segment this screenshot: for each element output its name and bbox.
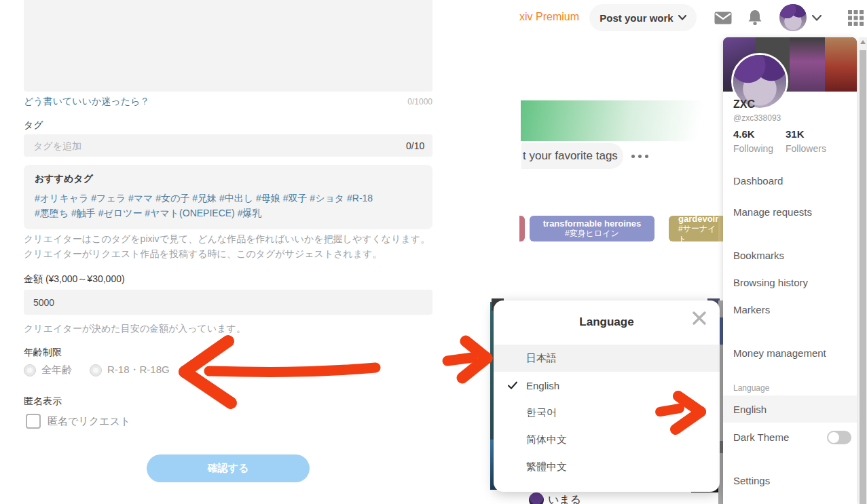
age-restriction-label: 年齢制限 (24, 347, 62, 359)
menu-item-bookmarks[interactable]: Bookmarks (733, 250, 784, 261)
scrollbar-up-arrow[interactable] (860, 40, 866, 44)
language-section-label: Language (733, 383, 769, 393)
anonymous-check-row: 匿名でリクエスト (26, 414, 130, 429)
age-restriction-options: 全年齢 R-18・R-18G (24, 364, 170, 376)
radio-r18[interactable] (90, 364, 102, 376)
followers-label[interactable]: Followers (786, 143, 826, 154)
menu-item-money-management[interactable]: Money management (733, 347, 826, 359)
messages-icon[interactable] (714, 12, 732, 24)
ranking-user-row[interactable]: いまる (529, 492, 581, 504)
menu-item-browsing-history[interactable]: Browsing history (733, 277, 808, 288)
chevron-down-icon (678, 15, 686, 20)
menu-item-dashboard[interactable]: Dashboard (733, 175, 783, 187)
favorite-tags-pill[interactable]: t your favorite tags (521, 143, 623, 169)
price-input[interactable] (24, 290, 432, 315)
language-selector[interactable]: English (723, 395, 857, 423)
anonymous-checkbox-label: 匿名でリクエスト (48, 415, 130, 428)
language-option-korean[interactable]: 한국어 (494, 399, 720, 426)
ranking-user-avatar (529, 492, 544, 504)
anonymous-label: 匿名表示 (24, 395, 62, 408)
anonymous-checkbox[interactable] (26, 414, 41, 429)
radio-r18-label: R-18・R-18G (107, 364, 170, 376)
description-hint-row: どう書いていいか迷ったら？ 0/1000 (24, 96, 432, 108)
language-option-simplified-chinese[interactable]: 简体中文 (494, 426, 720, 453)
scrollbar-thumb[interactable] (860, 50, 866, 504)
radio-all-ages[interactable] (24, 364, 36, 376)
dark-theme-label: Dark Theme (733, 431, 789, 443)
background-sliver-olive (718, 216, 723, 241)
recommended-tags-title: おすすめタグ (35, 173, 422, 185)
radio-all-ages-label: 全年齢 (41, 364, 72, 376)
ranking-user-name: いまる (548, 493, 581, 504)
avatar-image (779, 4, 807, 31)
tag-input[interactable] (24, 134, 432, 157)
price-label: 金額 (¥3,000～¥30,000) (24, 273, 125, 286)
more-options-icon[interactable] (631, 151, 654, 161)
tag-pill-cropped[interactable] (519, 216, 525, 241)
premium-link[interactable]: xiv Premium (519, 11, 579, 23)
menu-item-markers[interactable]: Markers (733, 304, 770, 315)
description-counter: 0/1000 (407, 97, 432, 106)
account-chevron-icon[interactable] (812, 15, 822, 21)
green-banner (521, 100, 718, 141)
menu-item-settings[interactable]: Settings (733, 475, 770, 486)
writing-hint-link[interactable]: どう書いていいか迷ったら？ (24, 96, 149, 108)
post-your-work-button[interactable]: Post your work (589, 4, 697, 31)
recommended-tags-line2[interactable]: #悪堕ち #触手 #ゼロツー #ヤマト(ONEPIECE) #爆乳 (35, 208, 261, 218)
recommended-tags-line1[interactable]: #オリキャラ #フェラ #ママ #女の子 #兄妹 #中出し #母娘 #双子 #シ… (35, 193, 373, 203)
profile-name[interactable]: ZXC (733, 98, 755, 111)
tag-pill-transformable-heroines[interactable]: transformable heroines #変身ヒロイン (530, 216, 654, 241)
language-option-traditional-chinese[interactable]: 繁體中文 (494, 453, 720, 480)
confirm-button[interactable]: 確認する (147, 454, 310, 482)
description-textarea[interactable] (24, 0, 432, 92)
tag-note: クリエイターはこのタグをpixivで見て、どんな作品を作ればいいかを把握しやすく… (24, 231, 432, 261)
menu-item-manage-requests[interactable]: Manage requests (733, 206, 812, 218)
close-icon[interactable] (691, 310, 707, 326)
apps-grid-icon[interactable] (848, 10, 864, 26)
recommended-tags-box: おすすめタグ #オリキャラ #フェラ #ママ #女の子 #兄妹 #中出し #母娘… (24, 165, 432, 229)
tag-counter: 0/10 (406, 140, 424, 151)
user-avatar[interactable] (779, 4, 807, 31)
tag-pill-gardevoir[interactable]: gardevoir #サーナイト (669, 216, 723, 241)
notifications-icon[interactable] (748, 9, 762, 26)
account-dropdown: ZXC @zxc338093 4.6K Following 31K Follow… (723, 37, 857, 504)
following-count[interactable]: 4.6K (733, 128, 755, 140)
language-option-japanese[interactable]: 日本語 (494, 345, 720, 372)
price-note: クリエイターが決めた目安の金額が入っています。 (24, 321, 246, 336)
tag-label: タグ (24, 119, 43, 132)
language-modal: Language 日本語 English 한국어 简体中文 繁體中文 (494, 301, 720, 492)
dark-theme-toggle[interactable] (827, 431, 851, 444)
followers-count[interactable]: 31K (786, 128, 805, 140)
arrow-left-age-restriction (209, 368, 375, 372)
language-modal-title: Language (494, 315, 720, 329)
following-label[interactable]: Following (733, 143, 773, 154)
arrow-right-japanese (447, 357, 473, 361)
profile-handle: @zxc338093 (733, 113, 781, 123)
language-option-english[interactable]: English (494, 372, 720, 399)
check-icon (507, 380, 518, 391)
pixiv-screenshot: どう書いていいか迷ったら？ 0/1000 タグ 0/10 おすすめタグ #オリキ… (0, 0, 867, 504)
